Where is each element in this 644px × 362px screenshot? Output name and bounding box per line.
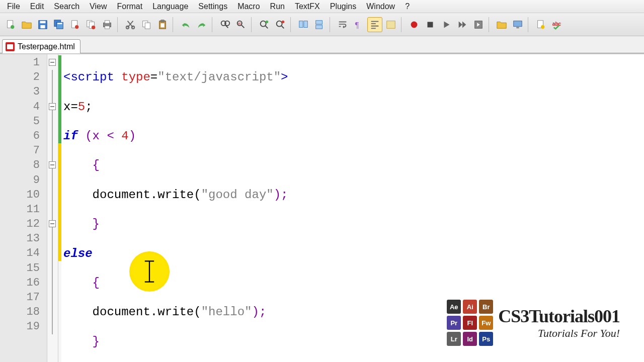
svg-rect-41: [516, 27, 519, 28]
zoom-out-button[interactable]: [273, 17, 288, 32]
zoom-in-button[interactable]: [257, 17, 272, 32]
svg-rect-4: [40, 25, 45, 28]
toolbar: ab ¶ abc: [0, 13, 644, 36]
menu-plugins[interactable]: Plugins: [325, 1, 361, 12]
save-button[interactable]: [35, 17, 50, 32]
watermark-icons: AeAiBrPrFlFwLrIdPs: [447, 300, 493, 346]
indent-guide-button[interactable]: [367, 17, 382, 32]
sync-h-button[interactable]: [312, 17, 327, 32]
svg-point-29: [277, 21, 282, 26]
app-icon: Fw: [479, 316, 493, 330]
svg-text:ab: ab: [238, 22, 242, 25]
svg-text:¶: ¶: [355, 20, 359, 29]
fold-box-icon[interactable]: [49, 103, 56, 110]
replace-button[interactable]: ab: [233, 17, 249, 32]
cursor-highlight-marker: [129, 251, 170, 292]
app-icon: Pr: [447, 316, 461, 330]
menu-run[interactable]: Run: [265, 1, 290, 12]
svg-rect-7: [57, 23, 62, 24]
app-icon: Ae: [447, 300, 461, 314]
app-icon: Fl: [463, 316, 477, 330]
new-file-button[interactable]: [3, 17, 18, 32]
file-tab[interactable]: Testerpage.html: [2, 39, 80, 53]
svg-rect-22: [160, 23, 164, 27]
record-macro-button[interactable]: [407, 17, 422, 32]
svg-rect-14: [105, 20, 109, 23]
watermark-title: CS3Tutorials001: [498, 306, 620, 327]
file-icon: [6, 42, 15, 51]
close-button[interactable]: [67, 17, 83, 32]
svg-text:abc: abc: [552, 21, 561, 26]
svg-point-1: [11, 25, 14, 28]
cut-button[interactable]: [123, 17, 138, 32]
close-all-button[interactable]: [84, 17, 99, 32]
menu-window[interactable]: Window: [361, 1, 400, 12]
undo-button[interactable]: [178, 17, 193, 32]
save-macro-button[interactable]: [471, 17, 486, 32]
user-lang-button[interactable]: [383, 17, 398, 32]
print-button[interactable]: [100, 17, 115, 32]
svg-rect-38: [428, 22, 433, 27]
svg-point-12: [92, 25, 95, 29]
app-icon: Ai: [463, 300, 477, 314]
svg-point-27: [261, 21, 266, 26]
app-icon: Ps: [479, 332, 493, 346]
menu-file[interactable]: File: [2, 1, 25, 12]
menu-view[interactable]: View: [85, 1, 112, 12]
tab-label: Testerpage.html: [18, 42, 75, 51]
svg-rect-34: [316, 25, 323, 28]
copy-button[interactable]: [139, 17, 154, 32]
svg-rect-33: [316, 20, 323, 24]
save-all-button[interactable]: [51, 17, 66, 32]
svg-point-43: [541, 25, 544, 28]
menu-search[interactable]: Search: [49, 1, 85, 12]
menu-macro[interactable]: Macro: [232, 1, 265, 12]
paste-button[interactable]: [155, 17, 170, 32]
svg-rect-40: [514, 21, 522, 26]
menu-help[interactable]: ?: [400, 1, 415, 12]
menu-textfx[interactable]: TextFX: [290, 1, 325, 12]
svg-rect-31: [299, 21, 303, 27]
fold-gutter: [47, 54, 58, 362]
svg-point-30: [282, 20, 285, 23]
app-icon: Id: [463, 332, 477, 346]
svg-rect-32: [304, 21, 307, 27]
svg-point-9: [75, 25, 78, 28]
monitor-button[interactable]: [510, 17, 525, 32]
svg-rect-36: [387, 21, 395, 28]
app-icon: Lr: [447, 332, 461, 346]
svg-rect-15: [105, 26, 109, 29]
menu-settings[interactable]: Settings: [193, 1, 232, 12]
show-symbols-button[interactable]: ¶: [351, 17, 366, 32]
sync-v-button[interactable]: [296, 17, 311, 32]
fold-box-icon[interactable]: [49, 220, 56, 227]
play-multi-button[interactable]: [455, 17, 470, 32]
folder-button[interactable]: [494, 17, 509, 32]
menu-format[interactable]: Format: [112, 1, 147, 12]
svg-rect-21: [160, 20, 164, 22]
open-file-button[interactable]: [19, 17, 34, 32]
watermark-subtitle: Tutorials For You!: [538, 327, 620, 340]
fold-box-icon[interactable]: [49, 59, 56, 66]
word-wrap-button[interactable]: [335, 17, 350, 32]
app-icon: Br: [479, 300, 493, 314]
line-number-gutter: 12345678910111213141516171819: [0, 54, 47, 362]
svg-rect-3: [40, 21, 46, 23]
svg-point-28: [266, 20, 269, 23]
svg-rect-19: [145, 23, 150, 29]
watermark: AeAiBrPrFlFwLrIdPs CS3Tutorials001 Tutor…: [447, 300, 620, 346]
fold-box-icon[interactable]: [49, 161, 56, 168]
tab-bar: Testerpage.html: [0, 36, 644, 53]
svg-point-37: [411, 21, 418, 28]
menu-bar: File Edit Search View Format Language Se…: [0, 0, 644, 13]
spellcheck-button[interactable]: abc: [549, 17, 565, 32]
find-button[interactable]: [217, 17, 232, 32]
redo-button[interactable]: [194, 17, 209, 32]
menu-edit[interactable]: Edit: [25, 1, 49, 12]
menu-language[interactable]: Language: [147, 1, 193, 12]
doc-button[interactable]: [533, 17, 548, 32]
play-macro-button[interactable]: [439, 17, 454, 32]
stop-macro-button[interactable]: [423, 17, 438, 32]
